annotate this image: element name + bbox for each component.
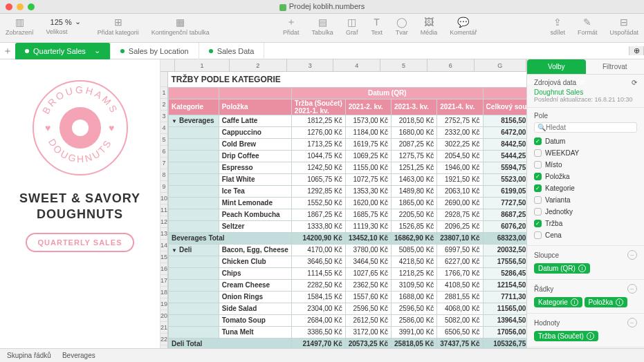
value-cell[interactable]: 2690,00 Kč <box>437 197 483 209</box>
value-cell[interactable]: 2304,00 Kč <box>291 303 345 314</box>
item-cell[interactable]: Cream Cheese <box>219 279 291 291</box>
value-cell[interactable]: 1584,15 Kč <box>291 291 345 303</box>
row-number[interactable]: 14 <box>160 240 167 251</box>
value-cell[interactable]: 3386,50 Kč <box>291 326 345 338</box>
info-icon[interactable]: i <box>616 298 623 306</box>
tab-filter[interactable]: Filtrovat <box>586 59 645 74</box>
value-cell[interactable]: 2282,50 Kč <box>291 279 345 291</box>
category-cell[interactable] <box>169 256 219 267</box>
minimize-window-icon[interactable] <box>17 3 24 10</box>
checkbox-icon[interactable] <box>534 208 542 216</box>
refresh-icon[interactable]: ⟳ <box>632 79 637 86</box>
tab-pivot-options[interactable]: Volby kontingenčních dat <box>527 59 586 74</box>
row-number[interactable]: 3 <box>160 111 167 122</box>
row-total-cell[interactable]: 8687,25 Kč <box>483 209 526 220</box>
row-number[interactable]: 13 <box>160 228 167 240</box>
row-number[interactable]: 8 <box>160 169 167 181</box>
item-cell[interactable]: Caffe Latte <box>219 115 291 126</box>
row-total-cell[interactable]: 8156,50 Kč <box>483 115 526 126</box>
value-cell[interactable]: 1027,65 Kč <box>345 267 391 279</box>
value-cell[interactable]: 6227,00 Kč <box>437 256 483 267</box>
value-cell[interactable]: 1155,00 Kč <box>345 162 391 173</box>
row-total-cell[interactable]: 20032,50 Kč <box>483 244 526 256</box>
sheet-tab-quarterly-sales[interactable]: Quarterly Sales⌄ <box>15 43 111 59</box>
value-cell[interactable]: 1275,75 Kč <box>392 150 437 162</box>
subtotal-cell[interactable]: 23807,10 Kč <box>437 232 483 244</box>
row-number[interactable]: 10 <box>160 193 167 204</box>
row-number[interactable]: 16 <box>160 263 167 275</box>
category-cell[interactable] <box>169 150 219 162</box>
row-token-polozka[interactable]: Položkai <box>585 297 628 307</box>
value-cell[interactable]: 2586,00 Kč <box>392 314 437 326</box>
item-cell[interactable]: Bacon, Egg, Cheese <box>219 244 291 256</box>
value-cell[interactable]: 3109,50 Kč <box>392 279 437 291</box>
row-number[interactable]: 20 <box>160 310 167 322</box>
subtotal-cell[interactable]: 16862,90 Kč <box>392 232 437 244</box>
value-cell[interactable]: 2087,25 Kč <box>392 138 437 150</box>
item-cell[interactable]: Flat White <box>219 173 291 185</box>
category-cell[interactable] <box>169 326 219 338</box>
row-number[interactable]: 17 <box>160 275 167 287</box>
value-cell[interactable]: 1680,00 Kč <box>392 126 437 138</box>
row-token-kategorie[interactable]: Kategoriei <box>534 297 582 307</box>
value-cell[interactable]: 3991,00 Kč <box>392 326 437 338</box>
checkbox-icon[interactable] <box>534 231 542 239</box>
value-cell[interactable]: 1921,50 Kč <box>437 173 483 185</box>
value-cell[interactable]: 4108,50 Kč <box>437 279 483 291</box>
value-cell[interactable]: 1552,50 Kč <box>291 197 345 209</box>
subtotal-cell[interactable]: 20573,25 Kč <box>345 338 391 348</box>
value-cell[interactable]: 2752,75 Kč <box>437 115 483 126</box>
value-cell[interactable]: 1557,60 Kč <box>345 291 391 303</box>
row-number[interactable]: 9 <box>160 181 167 193</box>
arrange-button[interactable]: ⊟Uspořádat <box>609 16 638 36</box>
category-cell[interactable] <box>169 209 219 220</box>
source-data-name[interactable]: Doughnut Sales <box>534 88 637 96</box>
row-number[interactable]: 22 <box>160 334 167 345</box>
value-cell[interactable]: 1292,85 Kč <box>291 185 345 197</box>
item-cell[interactable]: Cold Brew <box>219 138 291 150</box>
category-cell[interactable] <box>169 162 219 173</box>
value-cell[interactable]: 1276,00 Kč <box>291 126 345 138</box>
value-cell[interactable]: 2881,55 Kč <box>437 291 483 303</box>
checkbox-icon[interactable]: ✓ <box>534 173 542 180</box>
fields-search[interactable]: 🔍 <box>534 122 637 133</box>
value-cell[interactable]: 1766,70 Kč <box>437 267 483 279</box>
value-cell[interactable]: 2205,50 Kč <box>392 209 437 220</box>
row-number[interactable]: 6 <box>160 146 167 158</box>
row-number[interactable]: 4 <box>160 122 167 134</box>
field-row[interactable]: ✓Kategorie <box>534 182 637 194</box>
value-cell[interactable]: 1620,00 Kč <box>345 197 391 209</box>
item-cell[interactable]: Ice Tea <box>219 185 291 197</box>
category-cell[interactable] <box>169 303 219 314</box>
item-cell[interactable]: Drip Coffee <box>219 150 291 162</box>
column-group-header[interactable]: Datum (QR) <box>291 87 483 99</box>
category-cell[interactable] <box>169 314 219 326</box>
value-cell[interactable]: 1685,75 Kč <box>345 209 391 220</box>
value-cell[interactable]: 3172,00 Kč <box>345 326 391 338</box>
row-total-cell[interactable]: 11565,00 Kč <box>483 303 526 314</box>
value-cell[interactable]: 3780,00 Kč <box>345 244 391 256</box>
row-total-cell[interactable]: 5286,45 Kč <box>483 267 526 279</box>
value-cell[interactable]: 1119,30 Kč <box>345 220 391 232</box>
item-cell[interactable]: Seltzer <box>219 220 291 232</box>
value-cell[interactable]: 1946,00 Kč <box>437 162 483 173</box>
row-total-cell[interactable]: 5444,25 Kč <box>483 150 526 162</box>
subtotal-total-cell[interactable]: 68323,00 Kč <box>483 232 526 244</box>
value-cell[interactable]: 2362,50 Kč <box>345 279 391 291</box>
category-cell[interactable]: ▼Beverages <box>169 115 219 126</box>
value-cell[interactable]: 2332,00 Kč <box>437 126 483 138</box>
value-cell[interactable]: 6997,50 Kč <box>437 244 483 256</box>
value-cell[interactable]: 2018,50 Kč <box>392 115 437 126</box>
field-row[interactable]: ✓Datum <box>534 135 637 147</box>
checkbox-icon[interactable] <box>534 196 542 204</box>
checkbox-icon[interactable] <box>534 149 542 157</box>
field-row[interactable]: Varianta <box>534 194 637 206</box>
row-total-cell[interactable]: 8442,50 Kč <box>483 138 526 150</box>
value-cell[interactable]: 1218,25 Kč <box>392 267 437 279</box>
table-add-button[interactable]: ⊕ <box>629 46 644 55</box>
row-total-cell[interactable]: 13964,50 Kč <box>483 314 526 326</box>
row-number[interactable]: 5 <box>160 134 167 146</box>
row-total-cell[interactable]: 5523,00 Kč <box>483 173 526 185</box>
chart-button[interactable]: ◫Graf <box>346 16 358 36</box>
row-total-cell[interactable]: 6199,05 Kč <box>483 185 526 197</box>
